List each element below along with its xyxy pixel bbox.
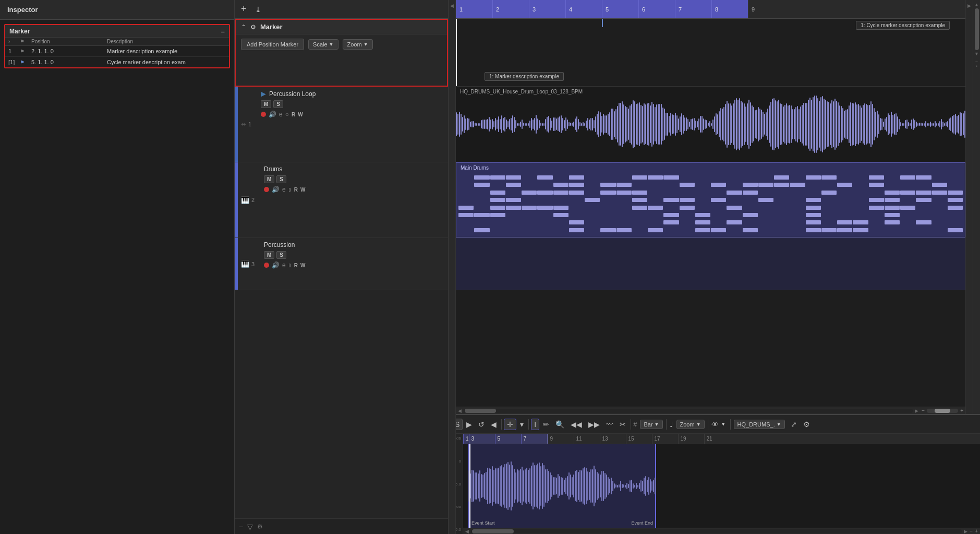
ruler-5: 5: [602, 0, 638, 18]
bar-dropdown[interactable]: Bar ▼: [640, 420, 662, 429]
track-3-speaker-icon[interactable]: 🔊: [272, 262, 280, 269]
row2-description: Cycle marker description exam: [107, 59, 226, 65]
track-2-piano-icon: 🎹: [241, 196, 249, 204]
track-2-eq-icon[interactable]: ⫾: [288, 186, 292, 193]
track-3-record-dot[interactable]: [264, 263, 269, 268]
scroll-left-btn[interactable]: ◀: [458, 408, 462, 413]
bottom-ruler-5: 5: [495, 434, 521, 444]
bottom-zoom-minus[interactable]: −: [970, 528, 973, 534]
select-btn[interactable]: I: [531, 419, 539, 430]
crosshair-btn[interactable]: ✛: [504, 419, 516, 430]
zoom-tool-btn[interactable]: 🔍: [553, 419, 567, 430]
zoom-minus[interactable]: −: [922, 408, 925, 413]
marker-row-2[interactable]: [1] ⚑ 5. 1. 1. 0 Cycle marker descriptio…: [5, 57, 229, 67]
bottom-waveform-section: 1 3 5 7 9 11 13 15 17 19 21: [463, 434, 980, 534]
add-position-marker-btn[interactable]: Add Position Marker: [241, 39, 304, 50]
bottom-ruler-19: 19: [678, 434, 704, 444]
collapse-marker-btn[interactable]: ⌃: [241, 23, 246, 31]
zoom-dropdown-bottom[interactable]: Zoom ▼: [676, 420, 705, 429]
track-1-record-dot[interactable]: [261, 112, 266, 117]
track-1-r-btn[interactable]: R: [292, 112, 295, 117]
track-1-left: ⬌ 1 ▶ Percussion Loop M S 🔊 e ○ R: [235, 87, 448, 162]
track-2-r-btn[interactable]: R: [294, 187, 298, 193]
play-btn[interactable]: ▶: [464, 419, 475, 430]
bottom-ruler-17: 17: [652, 434, 678, 444]
filename-dropdown[interactable]: HQ_DRUMS_. ▼: [734, 420, 785, 429]
track-1-move-icon: ⬌: [241, 121, 246, 128]
track-3-edit-icon[interactable]: e: [282, 262, 286, 269]
track-2-m-btn[interactable]: M: [264, 175, 274, 183]
track-2-left: 🎹 2 Drums M S 🔊 e ⫾ R W: [235, 162, 448, 238]
prev-btn[interactable]: ◀◀: [568, 419, 585, 430]
db-0: 0: [459, 459, 461, 464]
ruler-8: 8: [711, 0, 748, 18]
track-2-w-btn[interactable]: W: [300, 187, 305, 193]
track-1-s-btn[interactable]: S: [273, 100, 283, 108]
bottom-scroll-right[interactable]: ▶: [964, 529, 967, 534]
marker-settings-btn[interactable]: ⚙: [250, 23, 256, 31]
track-2-name-row: Drums: [264, 165, 446, 173]
bottom-content: db 0 -6.0 -oo -6.0 1 3 5 7: [449, 434, 980, 534]
track-1-m-btn[interactable]: M: [261, 100, 271, 108]
vscrollbar[interactable]: ▲ ▼ − •: [973, 0, 980, 414]
sep6: [730, 419, 731, 430]
col-arrow: ›: [8, 39, 20, 44]
marker-row-1[interactable]: 1 ⚑ 2. 1. 1. 0 Marker description exampl…: [5, 46, 229, 57]
bottom-zoom-plus[interactable]: +: [975, 528, 978, 534]
track-2-s-btn[interactable]: S: [276, 175, 286, 183]
settings-btn[interactable]: ⚙: [801, 419, 813, 430]
wave-btn[interactable]: 〰: [603, 419, 616, 430]
eye-dropdown[interactable]: ▾: [720, 420, 727, 429]
bottom-scroll-left[interactable]: ◀: [465, 529, 469, 534]
bottom-ruler-9: 9: [548, 434, 574, 444]
import-icon[interactable]: ⤓: [253, 5, 263, 14]
add-icon[interactable]: +: [239, 4, 249, 15]
scroll-right-btn[interactable]: ▶: [915, 408, 918, 413]
next-btn[interactable]: ▶▶: [586, 419, 602, 430]
track-1-loop-icon[interactable]: ○: [285, 111, 289, 118]
chevron-down-btn[interactable]: ▾: [517, 419, 526, 430]
zoom-dropdown[interactable]: Zoom ▼: [343, 39, 373, 50]
scale-dropdown[interactable]: Scale ▼: [308, 39, 338, 50]
minus-icon[interactable]: −: [239, 523, 243, 531]
sep1: [501, 419, 502, 430]
row1-flag: ⚑: [20, 49, 31, 54]
cut-btn[interactable]: ✂: [617, 419, 628, 430]
track-1-num: 1: [248, 121, 256, 127]
rewind-btn[interactable]: ◀: [488, 419, 499, 430]
col-description-header: Description: [107, 39, 226, 44]
bottom-scroll-thumb[interactable]: [472, 529, 514, 533]
undo-btn[interactable]: ↺: [476, 419, 487, 430]
center-settings-icon[interactable]: ⚙: [257, 523, 263, 530]
percussion-timeline: [456, 238, 965, 290]
track-2-record-dot[interactable]: [264, 187, 269, 192]
track-3-piano-icon: 🎹: [241, 260, 249, 268]
zoom-plus[interactable]: +: [960, 408, 963, 413]
hscrollbar[interactable]: ◀ ▶ − +: [456, 407, 965, 414]
sep3: [631, 419, 631, 430]
pencil-btn[interactable]: ✏: [540, 419, 552, 430]
track-1-edit-icon[interactable]: e: [279, 111, 283, 118]
track-3-s-btn[interactable]: S: [276, 251, 286, 259]
center-scroll-down[interactable]: ▽: [247, 523, 253, 531]
hash-icon: #: [633, 420, 637, 428]
expand-btn[interactable]: ⤢: [788, 419, 800, 430]
track-1-w-btn[interactable]: W: [298, 112, 303, 117]
track-3-w-btn[interactable]: W: [300, 263, 305, 268]
bottom-ruler: 1 3 5 7 9 11 13 15 17 19 21: [463, 434, 980, 444]
bottom-ruler-7: 7: [521, 434, 547, 444]
bottom-hscrollbar[interactable]: ◀ ▶ − +: [463, 528, 980, 534]
side-arrow-left[interactable]: ◀: [449, 0, 456, 534]
track-3-r-btn[interactable]: R: [294, 263, 298, 268]
ruler-2: 2: [492, 0, 529, 18]
track-3-m-btn[interactable]: M: [264, 251, 274, 259]
track-2-speaker-icon[interactable]: 🔊: [272, 186, 280, 193]
track-2-edit-icon[interactable]: e: [282, 186, 286, 193]
track-3-eq-icon[interactable]: ⫾: [288, 262, 292, 269]
bottom-ruler-1: 1: [463, 434, 469, 444]
row2-position: 5. 1. 1. 0: [31, 59, 107, 65]
side-arrow-right[interactable]: ▶: [965, 0, 973, 414]
track-1-speaker-icon[interactable]: 🔊: [269, 111, 276, 118]
hscroll-thumb[interactable]: [465, 409, 496, 413]
marker-section: Marker ≡ › ⚑ Position Description 1 ⚑ 2.…: [4, 24, 230, 68]
